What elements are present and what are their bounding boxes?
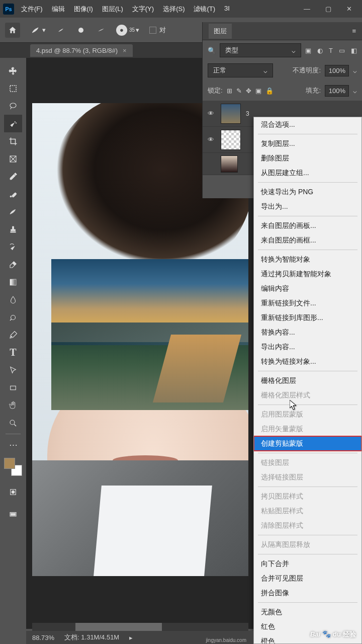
context-menu-item[interactable]: 来自图层的画框...: [254, 233, 361, 248]
layers-tab[interactable]: 图层: [209, 24, 232, 39]
blur-tool-icon[interactable]: [4, 291, 22, 308]
hand-tool-icon[interactable]: [4, 396, 22, 414]
context-menu-item[interactable]: 复制图层...: [254, 136, 361, 151]
stamp-tool-icon[interactable]: [4, 220, 22, 238]
healing-tool-icon[interactable]: [4, 185, 22, 203]
marquee-tool-icon[interactable]: [4, 79, 22, 97]
context-menu-item[interactable]: 从图层建立组...: [254, 166, 361, 180]
layer-thumbnail[interactable]: [221, 130, 241, 150]
filter-smart-icon[interactable]: ◧: [351, 47, 357, 54]
context-menu-item[interactable]: 创建剪贴蒙版: [254, 436, 361, 451]
document-tab[interactable]: 4.psd @ 88.7% (3, RGB/8#) ×: [30, 44, 133, 57]
menu-select[interactable]: 选择(S): [163, 5, 185, 14]
context-menu-item[interactable]: 快速导出为 PNG: [254, 185, 361, 199]
color-swatches[interactable]: [4, 458, 22, 476]
menu-filter[interactable]: 滤镜(T): [194, 5, 215, 14]
visibility-icon[interactable]: 👁: [208, 110, 216, 117]
edit-toolbar-icon[interactable]: ⋯: [4, 436, 22, 454]
brush-size[interactable]: ● 35▾: [116, 25, 139, 36]
lasso-tool-icon[interactable]: [4, 97, 22, 115]
tab-close-icon[interactable]: ×: [123, 47, 127, 54]
context-menu-item[interactable]: 删除图层: [254, 151, 361, 166]
context-menu-item[interactable]: 转换为链接对象...: [254, 354, 361, 369]
frame-tool-icon[interactable]: [4, 150, 22, 168]
type-tool-icon[interactable]: T: [4, 344, 22, 361]
context-menu-item[interactable]: 编辑内容: [254, 281, 361, 296]
context-menu-item[interactable]: 混合选项...: [254, 117, 361, 132]
zoom-tool-icon[interactable]: [4, 414, 22, 432]
screen-mode-icon[interactable]: [4, 506, 22, 523]
fill-input[interactable]: 100%: [325, 85, 349, 97]
brush-preset-4[interactable]: [96, 25, 106, 35]
brush-tool-icon[interactable]: [4, 203, 22, 220]
menu-type[interactable]: 文字(Y): [132, 5, 154, 14]
menu-image[interactable]: 图像(I): [74, 5, 93, 14]
filter-shape-icon[interactable]: ▭: [339, 47, 345, 54]
history-brush-tool-icon[interactable]: [4, 238, 22, 256]
visibility-icon[interactable]: 👁: [208, 136, 216, 143]
filter-type-dropdown[interactable]: 类型⌵: [220, 43, 301, 57]
rectangle-tool-icon[interactable]: [4, 379, 22, 396]
panel-menu-icon[interactable]: ≡: [352, 27, 356, 35]
layer-thumbnail[interactable]: [221, 155, 238, 173]
context-menu-item[interactable]: 导出为...: [254, 199, 361, 214]
blend-mode-dropdown[interactable]: 正常⌵: [208, 63, 273, 77]
quick-select-tool-icon[interactable]: [4, 115, 22, 132]
opacity-input[interactable]: 100%: [325, 65, 349, 76]
scrollbar-thumb[interactable]: [75, 623, 162, 631]
watermark: Bai🐾du 经验: [310, 630, 356, 639]
toolbox: T ⋯: [0, 58, 26, 644]
lock-position-icon[interactable]: ✥: [246, 87, 251, 95]
move-tool-icon[interactable]: [4, 62, 22, 79]
context-menu-item[interactable]: 转换为智能对象: [254, 252, 361, 267]
eyedropper-tool-icon[interactable]: [4, 168, 22, 185]
crop-tool-icon[interactable]: [4, 132, 22, 150]
checkbox-align[interactable]: [149, 27, 156, 34]
dodge-tool-icon[interactable]: [4, 308, 22, 326]
lock-pixels-icon[interactable]: ✎: [236, 87, 242, 95]
menu-file[interactable]: 文件(F): [21, 5, 43, 14]
filter-adjust-icon[interactable]: ◐: [317, 47, 323, 54]
menu-view[interactable]: 3I: [224, 5, 230, 14]
context-menu-item[interactable]: 重新链接到文件...: [254, 296, 361, 310]
home-button[interactable]: [5, 23, 20, 38]
pen-tool-icon[interactable]: [4, 326, 22, 344]
close-icon[interactable]: ✕: [346, 5, 352, 13]
context-menu-item[interactable]: 拼合图像: [254, 586, 361, 600]
context-menu-separator: [258, 405, 357, 405]
context-menu-item: 选择链接图层: [254, 470, 361, 485]
maximize-icon[interactable]: ▢: [325, 5, 331, 13]
context-menu-item[interactable]: 合并可见图层: [254, 571, 361, 586]
context-menu-item[interactable]: 向下合并: [254, 556, 361, 571]
search-icon[interactable]: 🔍: [208, 47, 216, 54]
minimize-icon[interactable]: —: [304, 5, 310, 13]
lock-transparent-icon[interactable]: ⊞: [227, 87, 232, 95]
lock-all-icon[interactable]: 🔒: [265, 87, 274, 95]
context-menu-item[interactable]: 来自图层的画板...: [254, 218, 361, 233]
gradient-tool-icon[interactable]: [4, 273, 22, 291]
context-menu-item[interactable]: 无颜色: [254, 605, 361, 619]
layer-thumbnail[interactable]: [221, 104, 241, 124]
context-menu-item[interactable]: 导出内容...: [254, 340, 361, 354]
menu-layer[interactable]: 图层(L): [102, 5, 123, 14]
brush-preset-2[interactable]: [56, 25, 66, 35]
brush-preset-3[interactable]: [76, 25, 86, 35]
eraser-tool-icon[interactable]: [4, 256, 22, 273]
path-select-tool-icon[interactable]: [4, 361, 22, 379]
zoom-level[interactable]: 88.73%: [32, 634, 54, 641]
quick-mask-icon[interactable]: [4, 483, 22, 501]
menu-edit[interactable]: 编辑: [52, 5, 65, 14]
context-menu-item: 粘贴图层样式: [254, 504, 361, 518]
context-menu-item[interactable]: 重新链接到库图形...: [254, 310, 361, 325]
layer-name[interactable]: 3: [246, 110, 249, 117]
doc-info[interactable]: 文档: 1.31M/4.51M: [64, 633, 119, 642]
lock-artboard-icon[interactable]: ▣: [255, 87, 261, 95]
filter-pixel-icon[interactable]: ▣: [305, 47, 311, 54]
context-menu-item[interactable]: 栅格化图层: [254, 373, 361, 388]
brush-preset-1[interactable]: ▾: [30, 25, 46, 36]
foreground-color-swatch[interactable]: [4, 458, 15, 469]
horizontal-scrollbar[interactable]: [32, 623, 248, 631]
context-menu-item[interactable]: 替换内容...: [254, 325, 361, 340]
context-menu-item[interactable]: 通过拷贝新建智能对象: [254, 267, 361, 281]
filter-type-icon[interactable]: T: [329, 47, 333, 54]
